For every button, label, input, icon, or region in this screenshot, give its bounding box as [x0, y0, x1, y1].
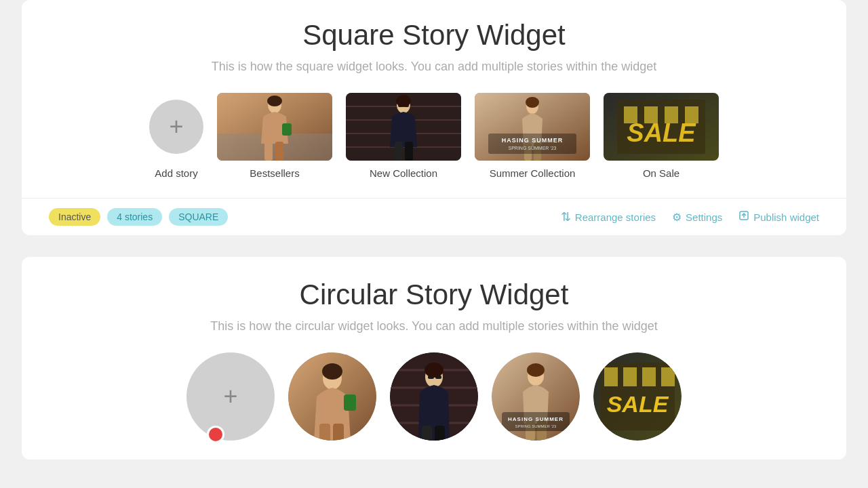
svg-rect-5 [275, 142, 283, 161]
story-circle-summer-collection[interactable]: HASING SUMMER SPRING SUMMER '23 [492, 352, 580, 441]
svg-point-19 [396, 95, 411, 107]
badge-inactive: Inactive [49, 208, 100, 226]
story-item-bestsellers[interactable]: Bestsellers [217, 93, 332, 179]
circular-widget-subtitle: This is how the circular widget looks. Y… [49, 319, 819, 333]
rearrange-icon: ⇅ [561, 209, 571, 224]
svg-rect-71 [623, 367, 637, 386]
footer-actions: ⇅ Rearrange stories ⚙ Settings [561, 209, 819, 224]
square-widget-card: Square Story Widget This is how the squa… [22, 0, 846, 235]
svg-text:SALE: SALE [607, 391, 669, 417]
story-thumb-circle-on-sale: SALE [593, 352, 682, 441]
svg-rect-56 [435, 426, 445, 441]
svg-rect-18 [405, 142, 413, 161]
svg-point-7 [267, 96, 282, 106]
footer-badges: Inactive 4 stories SQUARE [49, 208, 228, 226]
svg-point-44 [322, 363, 342, 380]
story-circle-bestsellers[interactable] [288, 352, 376, 441]
svg-point-63 [527, 363, 545, 377]
story-thumb-circle-bestsellers [288, 352, 376, 441]
svg-point-57 [425, 363, 443, 378]
square-widget-title: Square Story Widget [49, 19, 819, 52]
svg-rect-72 [642, 367, 656, 386]
publish-label: Publish widget [753, 211, 819, 223]
svg-text:SPRING SUMMER '23: SPRING SUMMER '23 [509, 146, 557, 150]
svg-point-25 [526, 97, 539, 108]
story-item-on-sale[interactable]: SALE On Sale [604, 93, 719, 179]
svg-rect-55 [422, 426, 432, 441]
publish-icon [738, 210, 749, 224]
story-thumb-on-sale: SALE [604, 93, 719, 161]
story-thumb-circle-new-collection [390, 352, 478, 441]
rearrange-label: Rearrange stories [575, 211, 656, 223]
story-thumb-summer-collection: HASING SUMMER SPRING SUMMER '23 [475, 93, 590, 161]
svg-text:SPRING SUMMER '23: SPRING SUMMER '23 [515, 424, 557, 428]
story-label-bestsellers: Bestsellers [250, 167, 299, 179]
svg-text:HASING SUMMER: HASING SUMMER [502, 137, 564, 144]
circular-stories-row: + [49, 352, 819, 460]
story-label-summer-collection: Summer Collection [490, 167, 576, 179]
square-stories-row: + Add story [49, 93, 819, 198]
svg-text:SALE: SALE [627, 119, 696, 147]
settings-button[interactable]: ⚙ Settings [672, 211, 722, 224]
svg-rect-42 [333, 424, 344, 441]
square-widget-subtitle: This is how the square widget looks. You… [49, 60, 819, 74]
story-circle-on-sale[interactable]: SALE [593, 352, 682, 441]
add-story-button[interactable]: + [149, 100, 203, 154]
add-story-circle-button[interactable]: + [186, 352, 275, 441]
rearrange-stories-button[interactable]: ⇅ Rearrange stories [561, 209, 656, 224]
settings-label: Settings [686, 211, 722, 223]
badge-stories: 4 stories [107, 208, 162, 226]
add-story-label: Add story [155, 167, 197, 179]
svg-text:HASING SUMMER: HASING SUMMER [508, 416, 564, 422]
story-item-summer-collection[interactable]: HASING SUMMER SPRING SUMMER '23 Summer C… [475, 93, 590, 179]
story-thumb-new-collection [346, 93, 461, 161]
svg-rect-4 [264, 142, 273, 161]
publish-widget-button[interactable]: Publish widget [738, 210, 819, 224]
svg-rect-17 [395, 142, 403, 161]
story-label-new-collection: New Collection [370, 167, 437, 179]
story-thumb-circle-summer-collection: HASING SUMMER SPRING SUMMER '23 [492, 352, 580, 441]
svg-rect-41 [319, 424, 330, 441]
story-label-on-sale: On Sale [643, 167, 679, 179]
settings-icon: ⚙ [672, 211, 682, 224]
svg-rect-43 [344, 394, 356, 411]
svg-rect-73 [661, 367, 675, 386]
circular-widget-card: Circular Story Widget This is how the ci… [22, 257, 846, 460]
red-indicator [207, 426, 224, 443]
plus-icon: + [169, 115, 183, 139]
add-story-circle-item[interactable]: + [186, 352, 275, 441]
svg-rect-6 [282, 123, 292, 136]
story-circle-new-collection[interactable] [390, 352, 478, 441]
square-widget-footer: Inactive 4 stories SQUARE ⇅ Rearrange st… [22, 198, 846, 235]
story-thumb-bestsellers [217, 93, 332, 161]
add-story-item[interactable]: + Add story [149, 93, 203, 179]
svg-rect-70 [604, 367, 618, 386]
story-item-new-collection[interactable]: New Collection [346, 93, 461, 179]
circular-widget-title: Circular Story Widget [49, 279, 819, 311]
badge-type: SQUARE [169, 208, 228, 226]
plus-icon-circle: + [223, 384, 237, 409]
